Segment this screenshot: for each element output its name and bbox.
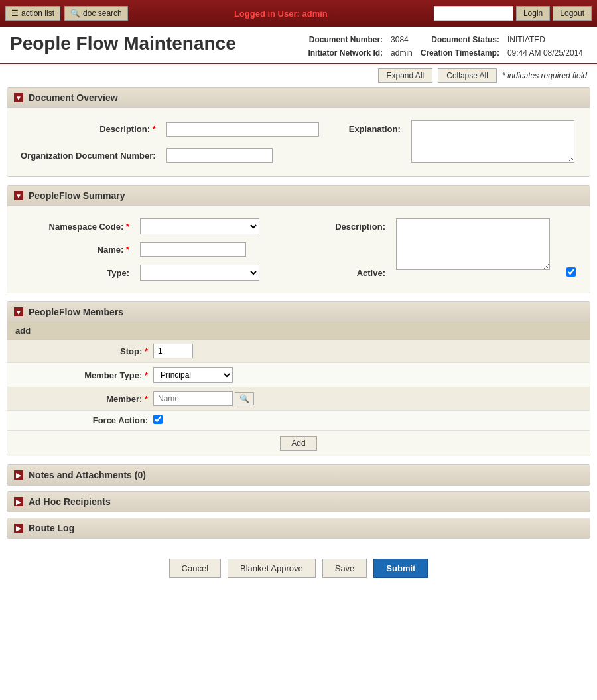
doc-search-button[interactable]: 🔍 doc search <box>64 6 128 21</box>
explanation-textarea[interactable] <box>411 120 574 163</box>
blanket-approve-button[interactable]: Blanket Approve <box>228 559 316 578</box>
bottom-bar: Cancel Blanket Approve Save Submit <box>0 545 597 591</box>
initiator-label: Initiator Network Id: <box>304 46 387 60</box>
logged-in-indicator: Logged in User: admin <box>128 9 434 19</box>
force-action-row: Force Action: <box>7 411 590 431</box>
member-type-wrapper: Principal <box>153 367 233 383</box>
name-label: Name: * <box>15 238 135 261</box>
route-log-toggle[interactable]: ▶ <box>14 524 23 533</box>
top-bar: ☰ action list 🔍 doc search Logged in Use… <box>0 0 597 27</box>
members-form: add Stop: * Member Type: * Principal <box>7 322 590 456</box>
toolbar: Expand All Collapse All * indicates requ… <box>0 64 597 87</box>
logout-button[interactable]: Logout <box>553 6 592 21</box>
required-note: * indicates required field <box>502 71 587 80</box>
notes-attachments-section: ▶ Notes and Attachments (0) <box>7 464 590 486</box>
active-label: Active: <box>271 261 391 285</box>
member-row: Member: * 🔍 <box>7 387 590 411</box>
peopleflow-members-title: PeopleFlow Members <box>29 307 123 317</box>
add-btn-row: Add <box>7 431 590 456</box>
namespace-code-label: Namespace Code: * <box>15 214 135 238</box>
document-number-label: Document Number: <box>304 33 387 46</box>
add-member-button[interactable]: Add <box>280 436 316 451</box>
stop-row: Stop: * <box>7 340 590 363</box>
route-log-header[interactable]: ▶ Route Log <box>7 518 590 538</box>
document-overview-section: ▼ Document Overview Description: * Expla… <box>7 87 590 177</box>
peopleflow-members-toggle[interactable]: ▼ <box>14 307 23 316</box>
ad-hoc-recipients-title: Ad Hoc Recipients <box>29 496 111 507</box>
description-label: Description: * <box>15 116 161 143</box>
ad-hoc-recipients-toggle[interactable]: ▶ <box>14 497 23 506</box>
document-overview-body: Description: * Explanation: Organization… <box>7 108 590 176</box>
page-header: People Flow Maintenance Document Number:… <box>0 27 597 64</box>
notes-attachments-title: Notes and Attachments (0) <box>29 470 146 480</box>
description-required: * <box>153 124 156 134</box>
submit-button[interactable]: Submit <box>373 559 428 578</box>
creation-label: Creation Timestamp: <box>417 46 503 60</box>
page-title: People Flow Maintenance <box>10 33 304 54</box>
peopleflow-summary-form: Namespace Code: * Description: Name: * <box>15 214 582 285</box>
members-add-bar: add <box>7 322 590 340</box>
member-type-row: Member Type: * Principal <box>7 363 590 387</box>
route-log-section: ▶ Route Log <box>7 518 590 539</box>
cancel-button[interactable]: Cancel <box>169 559 221 578</box>
document-status-value: INITIATED <box>503 33 587 46</box>
doc-icon: 🔍 <box>70 9 80 18</box>
summary-description-label: Description: <box>271 214 391 238</box>
save-button[interactable]: Save <box>322 559 367 578</box>
document-overview-header[interactable]: ▼ Document Overview <box>7 88 590 108</box>
name-input[interactable] <box>140 242 246 257</box>
document-overview-title: Document Overview <box>29 92 118 103</box>
member-type-select[interactable]: Principal <box>153 367 233 383</box>
peopleflow-summary-section: ▼ PeopleFlow Summary Namespace Code: * D… <box>7 185 590 293</box>
creation-value: 09:44 AM 08/25/2014 <box>503 46 587 60</box>
type-select[interactable] <box>140 265 259 281</box>
member-name-input[interactable] <box>153 391 233 406</box>
ad-hoc-recipients-section: ▶ Ad Hoc Recipients <box>7 491 590 512</box>
route-log-title: Route Log <box>29 523 74 533</box>
peopleflow-members-section: ▼ PeopleFlow Members add Stop: * Member … <box>7 301 590 456</box>
document-overview-form: Description: * Explanation: Organization… <box>15 116 582 169</box>
active-checkbox[interactable] <box>566 267 576 277</box>
org-doc-number-label: Organization Document Number: <box>15 143 161 169</box>
document-overview-toggle[interactable]: ▼ <box>14 93 23 102</box>
explanation-label: Explanation: <box>326 116 406 143</box>
description-input[interactable] <box>166 122 319 137</box>
peopleflow-members-header[interactable]: ▼ PeopleFlow Members <box>7 302 590 322</box>
document-number-value: 3084 <box>387 33 417 46</box>
namespace-code-select[interactable] <box>140 218 259 234</box>
peopleflow-summary-header[interactable]: ▼ PeopleFlow Summary <box>7 186 590 206</box>
org-doc-number-input[interactable] <box>166 148 273 163</box>
stop-input[interactable] <box>153 344 193 358</box>
ad-hoc-recipients-header[interactable]: ▶ Ad Hoc Recipients <box>7 492 590 512</box>
member-search-button[interactable]: 🔍 <box>235 392 254 405</box>
type-label: Type: <box>15 261 135 285</box>
login-button[interactable]: Login <box>516 6 550 21</box>
notes-attachments-toggle[interactable]: ▶ <box>14 470 23 480</box>
top-bar-right: Login Logout <box>434 6 592 21</box>
top-search-input[interactable] <box>434 6 513 21</box>
top-bar-left: ☰ action list 🔍 doc search <box>5 6 128 21</box>
peopleflow-summary-toggle[interactable]: ▼ <box>14 191 23 200</box>
doc-info-table: Document Number: 3084 Document Status: I… <box>304 33 587 60</box>
peopleflow-summary-title: PeopleFlow Summary <box>29 190 125 201</box>
doc-search-label: doc search <box>83 9 122 18</box>
action-list-button[interactable]: ☰ action list <box>5 6 60 21</box>
peopleflow-summary-body: Namespace Code: * Description: Name: * <box>7 206 590 293</box>
notes-attachments-header[interactable]: ▶ Notes and Attachments (0) <box>7 465 590 485</box>
collapse-all-button[interactable]: Collapse All <box>438 68 497 83</box>
list-icon: ☰ <box>11 9 19 18</box>
document-status-label: Document Status: <box>417 33 503 46</box>
summary-description-textarea[interactable] <box>396 218 550 270</box>
initiator-value: admin <box>387 46 417 60</box>
force-action-checkbox[interactable] <box>153 415 163 424</box>
action-list-label: action list <box>21 9 54 18</box>
expand-all-button[interactable]: Expand All <box>378 68 433 83</box>
